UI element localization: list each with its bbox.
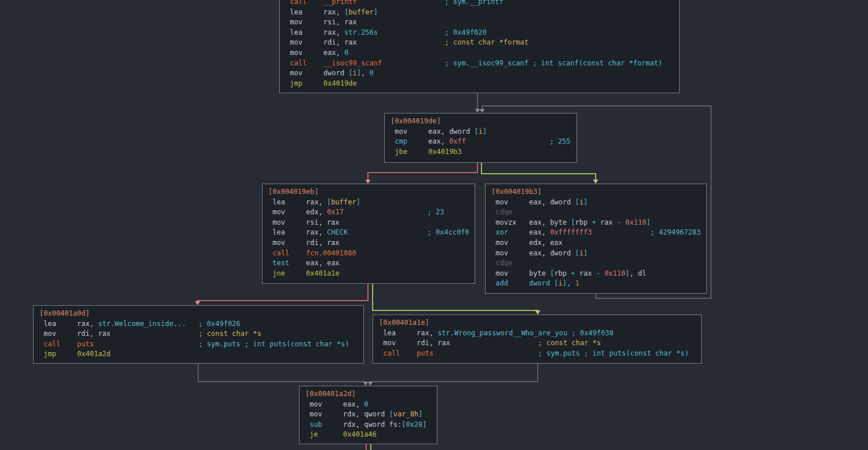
asm-line: mov eax, dword [i] [491,197,701,208]
asm-token-cyan: [ [389,410,393,418]
asm-line: cmp eax, 0xff ; 255 [391,137,571,147]
basic-block-0x00401a1e[interactable]: [0x00401a1e] lea rax, str.Wrong_password… [373,314,702,364]
basic-block-entry[interactable]: call __printf ; sym.__printf lea rax, [b… [279,0,680,93]
asm-token-mn: , [361,69,369,77]
edge-0x4019de-true-to-0x4019b3 [482,163,599,184]
asm-token-cyan: 0 [344,49,348,57]
asm-token-cyan: ] [583,198,588,206]
asm-token-num: 0xff [449,137,466,145]
asm-token-cyan: ] [646,218,650,226]
asm-token-num: 0x17 [327,208,344,216]
asm-token-cyan: ; 0x49f038 [571,329,613,337]
asm-line: mov eax, 0 [286,48,673,58]
asm-line: mov rdx, qword [var_8h] [305,409,431,420]
asm-token-num: 0x110 [625,218,646,226]
asm-line: [0x00401a0d] [39,309,358,319]
asm-line: jne 0x401a1e [268,269,469,279]
asm-line: cdqe [491,207,701,218]
asm-line: lea rax, str.Welcome_inside... ; 0x49f02… [39,319,358,330]
asm-line: mov rdi, rax ; const char *format [286,38,673,48]
asm-token-mn: lea rax, [379,329,437,337]
asm-token-mn [382,59,444,67]
asm-token-hdr: [0x004019b3] [491,188,542,196]
asm-token-cyan: [ [575,198,579,206]
asm-token-dim: cdqe [491,259,512,267]
asm-token-mn: mov dword [286,69,348,77]
asm-token-mn: lea rax, [286,28,344,36]
asm-token-mn: mov edx, eax [491,239,563,247]
asm-token-num: 0x110 [604,269,625,277]
asm-line: mov eax, 0 [305,400,431,410]
asm-line: [0x004019b3] [491,187,701,197]
asm-line: [0x00401a1e] [379,318,695,328]
asm-token-mn [344,208,428,216]
asm-token-cyan: cmp [391,137,428,145]
asm-token-hdr: [0x004019de] [391,117,441,125]
asm-token-hdr: [0x00401a1e] [379,319,429,327]
asm-line: mov rdi, rax ; const char *s [379,338,695,349]
asm-line: mov byte [rbp + rax - 0x110], dl [491,269,701,279]
asm-token-var: buffer [348,8,373,16]
asm-line: lea rax, str.Wrong_password__Who_are_you… [379,328,695,339]
asm-token-cyan: ], [563,279,575,287]
asm-token-cyan: - [596,269,600,277]
asm-token-cyan: str.256s [344,28,378,36]
asm-token-ycmt: ; const char *s [199,330,261,338]
basic-block-0x00401a0d[interactable]: [0x00401a0d] lea rax, str.Welcome_inside… [33,305,364,364]
edge-arrow-icon [363,382,369,386]
asm-token-mn: rdx, qword fs: [343,420,402,429]
asm-token-cyan: - [617,218,621,226]
basic-block-0x004019eb[interactable]: [0x004019eb] lea rax, [buffer] mov edx, … [262,184,475,284]
asm-token-cyan: sub [305,420,343,429]
asm-token-cyan: ; sym.__isoc99_scanf ; int scanf(const c… [445,59,663,67]
asm-line: mov edx, 0x17 ; 23 [268,207,469,218]
graph-view[interactable]: call __printf ; sym.__printf lea rax, [b… [0,0,868,450]
asm-token-mn: mov eax, [305,400,364,408]
asm-token-mn: lea rax, [39,320,98,328]
asm-token-cyan: ] [583,249,588,257]
asm-token-cyan: [ [475,127,479,136]
asm-token-mn: eax, [428,137,449,145]
basic-block-0x004019b3[interactable]: [0x004019b3] mov eax, dword [i] cdqe mov… [485,184,707,294]
asm-token-mn: mov rdi, rax [268,239,340,247]
asm-line: call __printf ; sym.__printf [286,0,673,8]
asm-token-mn: eax, eax [306,259,340,267]
basic-block-0x00401a2d[interactable]: [0x00401a2d] mov eax, 0 mov rdx, qword [… [299,386,437,444]
asm-line: mov rdi, rax ; const char *s [39,329,358,339]
asm-token-mn: lea rax, [268,198,327,206]
asm-token-ycmt: ; const char *format [445,38,529,46]
asm-token-var: i [559,279,563,287]
asm-line: [0x004019de] [391,116,571,127]
asm-token-mn [348,228,427,236]
edge-arrow-icon [593,180,599,184]
asm-token-mn [450,339,538,347]
asm-token-var: i [579,249,583,257]
asm-token-mn: mov rdi, rax [39,330,111,338]
asm-token-mn [357,0,445,6]
asm-line: je 0x401a46 [305,430,431,440]
asm-token-mn [466,137,550,145]
asm-token-cyan: [ [571,218,575,226]
asm-line: [0x00401a2d] [305,389,431,400]
asm-token-cyan: ; sym.puts ; int puts(const char *s) [538,349,689,357]
asm-line: mov eax, dword [i] [391,127,571,137]
asm-token-cyan: ] [418,410,422,418]
asm-token-jmp: jmp 0x4019de [286,79,357,87]
asm-token-hdr: [0x004019eb] [268,188,319,196]
asm-token-mn: eax, [529,228,550,236]
edge-0x4019eb-false-to-0x401a0d [195,284,369,305]
asm-token-cyan: 0 [370,69,374,77]
basic-block-0x004019de[interactable]: [0x004019de] mov eax, dword [i] cmp eax,… [384,113,577,163]
asm-token-jmp: je 0x401a46 [305,430,377,438]
asm-line: lea rax, str.256s ; 0x49f020 [286,28,673,38]
asm-token-cyan: xor [491,228,529,236]
asm-token-mn: rax [575,269,596,277]
asm-token-cyan: + [571,269,575,277]
asm-token-cyan: 0 [364,400,368,408]
asm-token-mn: mov byte [491,269,550,277]
asm-token-cyan: ; sym.puts ; int puts(const char *s) [199,340,349,348]
asm-token-var: i [479,127,483,136]
asm-token-jmp: jne 0x401a1e [268,269,340,277]
asm-line: [0x004019eb] [268,187,469,197]
asm-token-cyan: ] [374,8,378,16]
